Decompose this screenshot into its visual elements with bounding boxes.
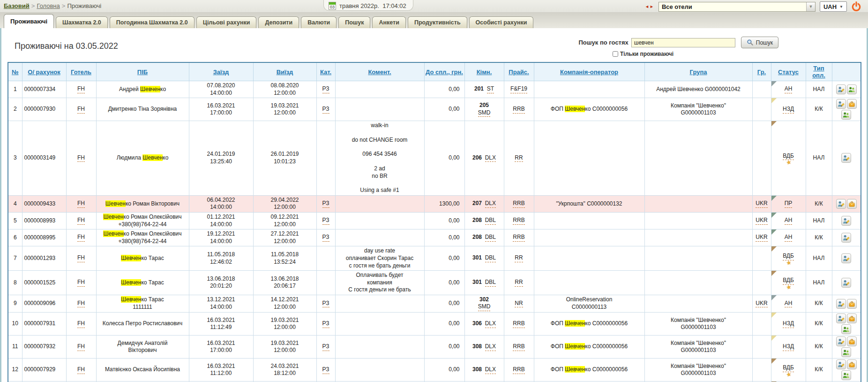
guest-edit-icon[interactable] xyxy=(841,153,851,163)
hotel-link[interactable]: FH xyxy=(77,279,85,287)
guest-edit-icon[interactable] xyxy=(836,199,846,209)
column-header[interactable]: Заїзд xyxy=(189,62,253,81)
room-type-link[interactable]: DLX xyxy=(485,200,496,208)
breadcrumb-base-link[interactable]: Базовий xyxy=(4,2,30,9)
price-link[interactable]: NR xyxy=(515,300,523,308)
guest-edit-icon[interactable] xyxy=(841,278,851,288)
column-header[interactable]: О/ рахунок xyxy=(22,62,66,81)
price-link[interactable]: F&F19 xyxy=(510,86,527,93)
column-header[interactable]: Кімн. xyxy=(464,62,504,81)
status-link[interactable]: АН xyxy=(785,86,793,93)
tab-3[interactable]: Цільові рахунки xyxy=(196,16,257,28)
room-type-link[interactable]: SMD xyxy=(478,304,491,311)
guest-edit-icon[interactable] xyxy=(836,84,846,94)
price-link[interactable]: RRB xyxy=(513,106,524,114)
tab-6[interactable]: Пошук xyxy=(338,16,370,28)
tab-1[interactable]: Шахматка 2.0 xyxy=(56,16,108,28)
only-residing-checkbox[interactable] xyxy=(613,51,618,57)
guests-icon[interactable] xyxy=(847,84,857,94)
room-type-link[interactable]: DLX xyxy=(485,367,496,374)
hotel-link[interactable]: FH xyxy=(77,200,85,208)
tab-7[interactable]: Анкети xyxy=(372,16,405,28)
room-type-link[interactable]: DBL xyxy=(485,217,496,225)
search-button[interactable]: Пошук xyxy=(741,37,778,48)
citizenship-link[interactable]: UKR xyxy=(756,200,767,208)
column-header[interactable]: Виїзд xyxy=(253,62,316,81)
room-type-link[interactable]: DLX xyxy=(485,321,496,328)
guests-icon[interactable] xyxy=(841,324,851,334)
price-link[interactable]: RR xyxy=(515,279,523,287)
hotel-select[interactable]: Все отели ▼ xyxy=(658,2,816,12)
status-link[interactable]: НЗД xyxy=(783,106,794,114)
column-header[interactable]: До спл., грн. xyxy=(424,62,464,81)
column-header[interactable]: Комент. xyxy=(335,62,424,81)
column-header[interactable]: Готель xyxy=(66,62,96,81)
tab-5[interactable]: Валюти xyxy=(301,16,337,28)
hotel-link[interactable]: FH xyxy=(77,255,85,262)
price-link[interactable]: RRB xyxy=(513,200,524,208)
room-type-link[interactable]: SMD xyxy=(478,110,491,117)
column-header[interactable]: Гр. xyxy=(752,62,771,81)
tab-2[interactable]: Погодинна Шахматка 2.0 xyxy=(110,16,195,28)
briefcase-icon[interactable] xyxy=(847,99,857,109)
price-link[interactable]: RRB xyxy=(513,234,524,242)
hotel-link[interactable]: FH xyxy=(77,367,85,374)
briefcase-icon[interactable] xyxy=(847,359,857,369)
briefcase-icon[interactable] xyxy=(847,336,857,346)
column-header[interactable]: Прайс. xyxy=(504,62,534,81)
briefcase-icon[interactable] xyxy=(847,299,857,309)
room-type-link[interactable]: ST xyxy=(487,86,494,93)
status-link[interactable]: АН xyxy=(785,234,793,242)
status-link[interactable]: АН xyxy=(785,217,793,225)
room-type-link[interactable]: DLX xyxy=(485,155,496,162)
tab-8[interactable]: Продуктивність xyxy=(408,16,467,28)
price-link[interactable]: RRB xyxy=(513,217,524,225)
briefcase-icon[interactable] xyxy=(847,313,857,323)
guest-edit-icon[interactable] xyxy=(841,233,851,243)
guest-edit-icon[interactable] xyxy=(841,216,851,226)
briefcase-icon[interactable] xyxy=(847,199,857,209)
price-link[interactable]: RR xyxy=(515,155,523,162)
guests-icon[interactable] xyxy=(841,370,851,380)
column-header[interactable]: Компанія-оператор xyxy=(534,62,644,81)
currency-select[interactable]: UAH ▼ xyxy=(820,1,847,12)
tab-4[interactable]: Депозити xyxy=(258,16,299,28)
guest-edit-icon[interactable] xyxy=(836,99,846,109)
status-link[interactable]: НЗД xyxy=(783,321,794,328)
status-link[interactable]: АН xyxy=(785,300,793,308)
guest-edit-icon[interactable] xyxy=(836,359,846,369)
hotel-link[interactable]: FH xyxy=(77,321,85,328)
room-type-link[interactable]: DLX xyxy=(485,344,496,351)
category-link[interactable]: РЗ xyxy=(322,200,329,208)
category-link[interactable]: РЗ xyxy=(322,106,329,114)
date-widget[interactable]: 03 травня 2022р. 17:04:02 xyxy=(323,0,413,11)
collapse-arrows-icon[interactable]: ◄► xyxy=(645,4,654,9)
column-header[interactable]: Тип опл. xyxy=(806,62,832,81)
category-link[interactable]: РЗ xyxy=(322,300,329,308)
guest-search-input[interactable] xyxy=(631,38,735,47)
logout-power-button[interactable] xyxy=(851,1,861,12)
hotel-link[interactable]: FH xyxy=(77,86,85,93)
column-header[interactable]: Група xyxy=(644,62,752,81)
only-residing-label[interactable]: Тільки проживаючі xyxy=(620,51,673,57)
guests-icon[interactable] xyxy=(841,110,851,120)
guest-edit-icon[interactable] xyxy=(836,313,846,323)
category-link[interactable]: РЗ xyxy=(322,321,329,328)
hotel-link[interactable]: FH xyxy=(77,300,85,308)
hotel-link[interactable]: FH xyxy=(77,344,85,351)
room-type-link[interactable]: DBL xyxy=(485,255,496,262)
category-link[interactable]: РЗ xyxy=(322,86,329,93)
price-link[interactable]: RRB xyxy=(513,367,524,374)
citizenship-link[interactable]: UKR xyxy=(756,217,767,225)
citizenship-link[interactable]: UKR xyxy=(756,300,767,308)
category-link[interactable]: РЗ xyxy=(322,344,329,351)
category-link[interactable]: РЗ xyxy=(322,217,329,225)
price-link[interactable]: RR xyxy=(515,255,523,262)
category-link[interactable]: РЗ xyxy=(322,234,329,242)
column-header[interactable]: Статус xyxy=(771,62,806,81)
room-type-link[interactable]: DBL xyxy=(485,234,496,242)
status-link[interactable]: НЗД xyxy=(783,344,794,351)
column-header[interactable]: ПІБ xyxy=(96,62,189,81)
breadcrumb-home-link[interactable]: Головна xyxy=(37,2,60,9)
price-link[interactable]: RRB xyxy=(513,344,524,351)
